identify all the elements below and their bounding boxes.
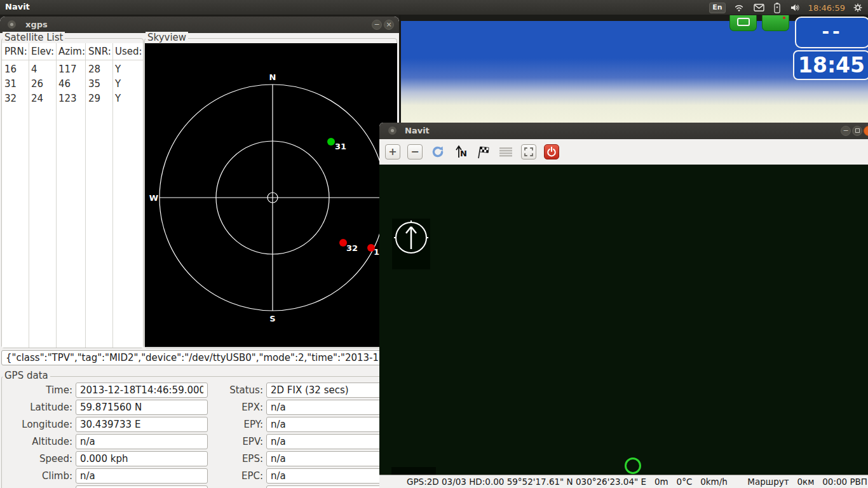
volume-icon[interactable]: [789, 2, 801, 13]
osd-clock-box[interactable]: 18:45: [793, 50, 868, 80]
fullscreen-button[interactable]: [521, 144, 536, 159]
wifi-icon[interactable]: [733, 2, 745, 13]
climb-field[interactable]: [76, 468, 208, 484]
epc-label: EPC:: [191, 468, 263, 484]
maximize-icon: [855, 128, 860, 133]
osd-menu-button[interactable]: [762, 15, 789, 31]
table-cell: 24: [31, 93, 43, 104]
col-header-snr: SNR:: [88, 46, 111, 57]
table-cell: 35: [88, 78, 100, 90]
col-header-used: Used:: [115, 46, 142, 57]
skyview-polar-plot: N W S 31 32 16: [145, 43, 397, 347]
clipped-field[interactable]: [266, 485, 398, 488]
speed-label: Speed:: [0, 451, 72, 466]
battery-icon[interactable]: [773, 2, 782, 14]
longitude-label: Longitude:: [0, 417, 72, 432]
zoom-in-button[interactable]: +: [385, 144, 400, 159]
table-cell: Y: [115, 64, 121, 75]
gps-data-label: GPS data: [3, 370, 50, 381]
orient-north-button[interactable]: N: [453, 144, 468, 159]
longitude-field[interactable]: [76, 417, 208, 432]
altitude-field[interactable]: [76, 434, 208, 449]
navit-toolbar: + − N: [379, 139, 868, 165]
minimize-button[interactable]: −: [372, 20, 382, 30]
col-header-elev: Elev:: [31, 46, 54, 57]
satellite-dot-31: [327, 138, 335, 146]
column-divider: [112, 43, 113, 348]
app-menu-icon[interactable]: [8, 20, 16, 29]
compass-west-label: W: [149, 193, 158, 203]
epx-label: EPX:: [191, 400, 263, 415]
table-cell: 29: [88, 93, 100, 104]
gps-status-text: GPS:2D 03/03 HD:0.00 59°52'17.61" N 030°…: [407, 477, 728, 487]
route-flag-button[interactable]: [475, 144, 491, 159]
table-cell: Y: [115, 93, 121, 104]
eps-label: EPS:: [191, 451, 263, 466]
vehicle-position-marker: [625, 458, 641, 474]
menu-lines-icon: [498, 144, 513, 159]
header-divider: [2, 60, 143, 60]
latitude-label: Latitude:: [0, 400, 72, 415]
navit-titlebar[interactable]: Navit −: [379, 123, 868, 139]
compass-north-label: N: [269, 72, 276, 82]
panel-app-title: Navit: [5, 2, 30, 11]
refresh-button[interactable]: [430, 144, 445, 159]
table-cell: 28: [88, 64, 100, 75]
top-panel: Navit En: [0, 0, 868, 15]
table-cell: 26: [31, 78, 43, 90]
route-status-text: Маршрут 0км 00:00 РВП: [747, 477, 867, 487]
status-field[interactable]: [266, 383, 398, 398]
epx-field[interactable]: [266, 400, 398, 415]
quit-button[interactable]: [544, 144, 559, 159]
skyview-label: Skyview: [146, 32, 188, 43]
table-cell: 123: [58, 93, 77, 104]
refresh-icon: [430, 144, 445, 159]
epy-label: EPY:: [191, 417, 263, 432]
session-gear-icon[interactable]: [852, 2, 864, 13]
table-cell: 16: [4, 64, 17, 75]
app-menu-icon[interactable]: [388, 126, 397, 135]
minimize-button[interactable]: −: [841, 126, 851, 136]
climb-label: Climb:: [0, 468, 72, 484]
menu-button[interactable]: [498, 144, 513, 159]
maximize-button[interactable]: [852, 126, 862, 136]
epv-field[interactable]: [266, 434, 398, 449]
eps-field[interactable]: [266, 451, 398, 466]
osd-destination-box[interactable]: --: [795, 17, 868, 48]
zoom-out-button[interactable]: −: [407, 144, 423, 159]
system-tray: En: [709, 0, 867, 15]
keyboard-layout-indicator[interactable]: En: [709, 3, 725, 13]
close-button[interactable]: ×: [384, 20, 394, 30]
panel-clock[interactable]: 18:46:59: [808, 3, 845, 13]
xgps-window-title: xgps: [25, 20, 48, 29]
epy-field[interactable]: [266, 417, 398, 432]
compass-osd[interactable]: [392, 219, 430, 269]
xgps-titlebar[interactable]: xgps − ×: [0, 17, 399, 33]
svg-text:N: N: [460, 149, 467, 158]
background-navit-window: -- 18:45: [399, 15, 868, 123]
clipped-field[interactable]: [76, 485, 208, 488]
satellite-label: 32: [346, 243, 358, 253]
navit-statusbar: GPS:2D 03/03 HD:0.00 59°52'17.61" N 030°…: [379, 475, 868, 488]
power-icon: [545, 145, 559, 159]
mail-icon[interactable]: [752, 2, 766, 13]
column-divider: [29, 43, 29, 348]
satellite-label: 31: [335, 142, 346, 151]
speed-field[interactable]: [76, 451, 208, 466]
osd-roadbook-button[interactable]: [729, 15, 757, 31]
xgps-window: xgps − × Satellite List PRN: Elev: Azim:…: [0, 17, 399, 488]
satellite-table: PRN: Elev: Azim: SNR: Used: 16 4 117 28 …: [2, 43, 143, 348]
map-canvas[interactable]: [379, 165, 868, 475]
latitude-field[interactable]: [76, 400, 208, 415]
col-header-azim: Azim:: [58, 46, 85, 57]
column-divider: [56, 43, 57, 348]
navit-window-title: Navit: [405, 126, 430, 135]
epc-field[interactable]: [266, 468, 398, 484]
time-field[interactable]: [76, 383, 208, 398]
status-label: Status:: [191, 383, 263, 398]
nmea-sentence-field[interactable]: [1, 350, 398, 365]
navit-window: Navit − + − N: [379, 123, 868, 488]
table-cell: 31: [4, 78, 17, 90]
table-cell: Y: [115, 78, 121, 90]
close-button[interactable]: [864, 126, 868, 136]
